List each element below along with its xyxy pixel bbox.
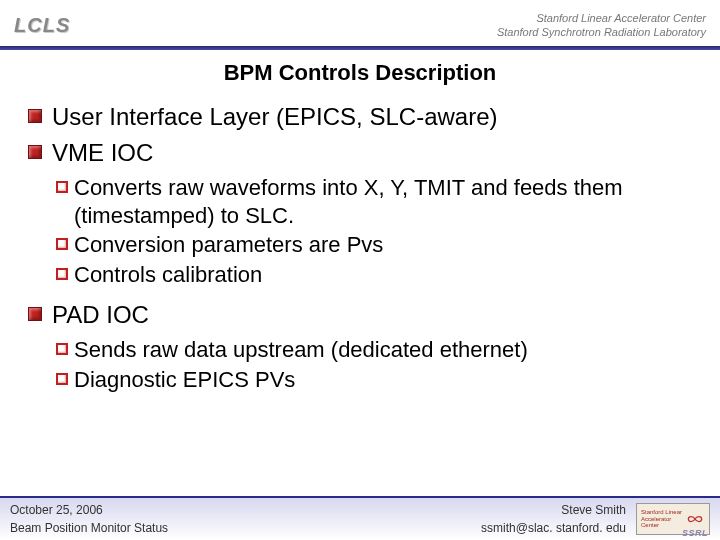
bullet-text: Converts raw waveforms into X, Y, TMIT a…	[74, 174, 698, 229]
hollow-square-bullet-icon	[56, 373, 68, 385]
logo-left: LCLS	[14, 14, 70, 37]
footer-logo-text: Stanford Linear Accelerator Center	[641, 509, 682, 529]
slide-content: User Interface Layer (EPICS, SLC-aware) …	[0, 102, 720, 393]
footer-date: October 25, 2006	[10, 501, 481, 519]
footer-logo-line: Accelerator	[641, 516, 682, 523]
square-bullet-icon	[28, 307, 42, 321]
bullet-item-l2: Controls calibration	[56, 261, 698, 289]
bullet-text: User Interface Layer (EPICS, SLC-aware)	[52, 102, 498, 132]
square-bullet-icon	[28, 145, 42, 159]
bullet-item-l1: VME IOC	[28, 138, 698, 168]
footer-logo-line: Center	[641, 522, 682, 529]
bullet-item-l2: Diagnostic EPICS PVs	[56, 366, 698, 394]
bullet-text: Diagnostic EPICS PVs	[74, 366, 295, 394]
bullet-item-l1: User Interface Layer (EPICS, SLC-aware)	[28, 102, 698, 132]
footer-email: ssmith@slac. stanford. edu	[481, 519, 626, 537]
infinity-icon	[685, 511, 705, 527]
logo-right-line2: Stanford Synchrotron Radiation Laborator…	[497, 25, 706, 39]
footer-subtitle: Beam Position Monitor Status	[10, 519, 481, 537]
bullet-text: Sends raw data upstream (dedicated ether…	[74, 336, 528, 364]
footer-logo-line: Stanford Linear	[641, 509, 682, 516]
hollow-square-bullet-icon	[56, 181, 68, 193]
logo-right-line1: Stanford Linear Accelerator Center	[497, 11, 706, 25]
square-bullet-icon	[28, 109, 42, 123]
bullet-item-l2: Converts raw waveforms into X, Y, TMIT a…	[56, 174, 698, 229]
hollow-square-bullet-icon	[56, 343, 68, 355]
hollow-square-bullet-icon	[56, 238, 68, 250]
ssrl-label: SSRL	[682, 528, 708, 538]
bullet-text: PAD IOC	[52, 300, 149, 330]
hollow-square-bullet-icon	[56, 268, 68, 280]
bullet-text: Controls calibration	[74, 261, 262, 289]
footer-mid: Steve Smith ssmith@slac. stanford. edu	[481, 501, 636, 537]
bullet-item-l2: Conversion parameters are Pvs	[56, 231, 698, 259]
header: LCLS Stanford Linear Accelerator Center …	[0, 0, 720, 46]
footer-left: October 25, 2006 Beam Position Monitor S…	[10, 501, 481, 537]
bullet-text: VME IOC	[52, 138, 153, 168]
footer: October 25, 2006 Beam Position Monitor S…	[0, 496, 720, 540]
bullet-item-l1: PAD IOC	[28, 300, 698, 330]
logo-right: Stanford Linear Accelerator Center Stanf…	[497, 11, 706, 40]
footer-author: Steve Smith	[481, 501, 626, 519]
bullet-item-l2: Sends raw data upstream (dedicated ether…	[56, 336, 698, 364]
slide-title: BPM Controls Description	[0, 50, 720, 102]
bullet-text: Conversion parameters are Pvs	[74, 231, 383, 259]
